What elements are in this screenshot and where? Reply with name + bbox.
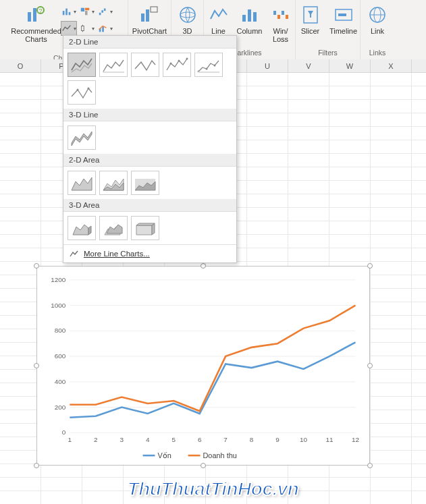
link-label: Link [371,27,384,35]
svg-rect-29 [248,9,251,22]
more-line-charts-label: More Line Charts... [84,250,150,258]
svg-text:9: 9 [275,436,279,443]
svg-text:3: 3 [120,436,124,443]
gallery-section-2d-line: 2-D Line [63,36,236,49]
line-chart-icon [69,249,80,258]
svg-rect-0 [28,12,31,22]
resize-handle[interactable] [367,263,373,269]
col-header[interactable]: V [288,59,329,72]
svg-point-48 [214,65,216,67]
svg-rect-4 [62,11,64,15]
waterfall-chart-button[interactable]: ▾ [97,4,113,19]
gallery-section-3d-line: 3-D Line [63,109,236,121]
line-chart-button[interactable]: ▾ [61,21,77,36]
svg-text:6: 6 [198,436,202,443]
gallery-3d-area-1[interactable] [68,216,96,240]
svg-rect-6 [68,12,70,15]
gallery-2d-line-4[interactable] [163,53,191,77]
col-header[interactable]: X [371,59,412,72]
slicer-label: Slicer [301,27,320,35]
link-button[interactable]: Link [363,1,392,35]
timeline-button[interactable]: Timeline [327,1,360,35]
timeline-label: Timeline [329,27,357,35]
svg-rect-28 [242,15,246,22]
sparkline-winloss-label: Win/Loss [273,27,288,43]
pivot-chart-button[interactable]: PivotChart [128,1,171,35]
svg-text:Doanh thu: Doanh thu [203,451,237,459]
svg-text:11: 11 [325,436,334,443]
gallery-section-3d-area: 3-D Area [63,199,236,212]
pivot-chart-label: PivotChart [132,27,167,35]
svg-point-27 [180,12,195,18]
resize-handle[interactable] [201,463,206,468]
svg-text:1000: 1000 [51,302,66,309]
sparkline-line-button[interactable]: Line [205,1,232,35]
svg-marker-52 [72,132,92,146]
svg-rect-23 [141,13,144,22]
svg-rect-34 [286,15,288,19]
statistic-chart-button[interactable]: ▾ [79,21,95,36]
svg-point-43 [170,63,172,65]
gallery-2d-area-1[interactable] [68,171,96,195]
svg-marker-59 [88,226,91,235]
svg-marker-53 [72,177,92,190]
svg-point-50 [77,89,79,91]
svg-rect-13 [81,26,84,30]
svg-text:0: 0 [62,428,66,436]
resize-handle[interactable] [34,263,39,269]
svg-text:?: ? [38,7,42,14]
links-group-label: Links [369,47,386,58]
svg-rect-5 [65,9,68,16]
gallery-3d-line-1[interactable] [68,125,96,150]
svg-text:10: 10 [300,436,308,443]
svg-point-45 [186,58,188,60]
col-header[interactable]: U [247,59,288,72]
line-chart-gallery: 2-D Line 3-D Line 2-D Area 3-D Area More… [63,35,237,263]
svg-text:1: 1 [68,436,72,443]
resize-handle[interactable] [34,463,39,468]
resize-handle[interactable] [34,363,39,368]
hierarchy-chart-button[interactable]: ▾ [79,4,95,19]
col-header[interactable]: W [329,59,371,72]
recommended-charts-label: RecommendedCharts [11,27,61,43]
watermark-text: ThuThuatTinHoc.vn [0,478,426,500]
gallery-2d-line-6[interactable] [68,80,96,105]
embedded-chart[interactable]: 020040060080010001200123456789101112VốnD… [36,266,370,466]
combo-chart-button[interactable]: ▾ [97,21,113,36]
sparkline-column-button[interactable]: Column [235,1,265,35]
svg-text:800: 800 [55,327,66,334]
recommended-charts-button[interactable]: ? RecommendedCharts [15,1,58,43]
gallery-2d-line-3[interactable] [131,53,159,77]
svg-text:200: 200 [55,403,66,411]
svg-point-47 [206,68,208,70]
svg-rect-1 [33,8,36,22]
filters-group-label: Filters [318,47,338,58]
svg-rect-11 [101,10,103,13]
col-header[interactable]: O [0,59,41,72]
svg-rect-33 [282,11,284,15]
gallery-2d-line-1[interactable] [68,53,96,77]
gallery-2d-line-5[interactable] [194,53,223,77]
svg-text:400: 400 [55,378,66,385]
resize-handle[interactable] [201,263,206,269]
gallery-section-2d-area: 2-D Area [63,154,236,167]
svg-rect-42 [103,72,124,73]
sparkline-winloss-button[interactable]: Win/Loss [267,1,294,43]
slicer-button[interactable]: Slicer [296,1,325,35]
svg-rect-38 [338,13,346,16]
resize-handle[interactable] [367,363,373,368]
gallery-2d-area-3[interactable] [131,171,159,195]
more-line-charts-link[interactable]: More Line Charts... [63,244,236,262]
svg-text:5: 5 [171,436,176,443]
gallery-2d-area-2[interactable] [99,171,128,195]
resize-handle[interactable] [367,463,373,468]
svg-rect-24 [146,9,149,22]
sparkline-line-label: Line [211,27,225,35]
gallery-3d-area-2[interactable] [99,216,128,240]
gallery-2d-line-2[interactable] [99,53,128,77]
gallery-3d-area-3[interactable] [131,216,159,240]
svg-text:600: 600 [55,352,66,360]
svg-text:8: 8 [250,436,254,443]
column-chart-button[interactable]: ▾ [61,4,77,19]
svg-rect-8 [85,8,89,11]
